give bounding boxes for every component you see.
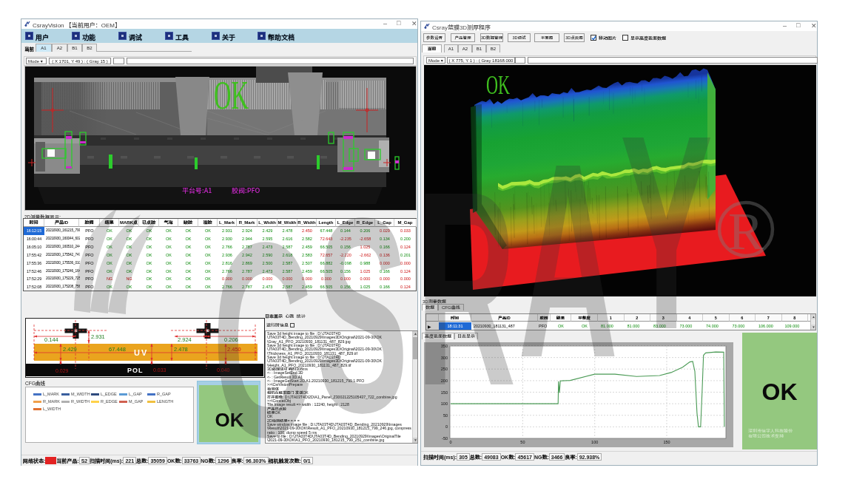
svg-text:胶阀:PFO: 胶阀:PFO [232, 186, 260, 195]
svg-text:300: 300 [441, 356, 448, 360]
svg-text:50: 50 [443, 413, 448, 418]
svg-text:0.144: 0.144 [44, 336, 58, 343]
svg-text:2.450: 2.450 [227, 346, 241, 353]
svg-text:67.448: 67.448 [109, 346, 126, 353]
svg-text:100: 100 [441, 401, 448, 406]
svg-text:2.478: 2.478 [174, 346, 188, 353]
svg-text:2.931: 2.931 [91, 333, 105, 340]
svg-text:0.033: 0.033 [153, 367, 166, 373]
svg-text:2.429: 2.429 [63, 346, 77, 353]
svg-text:0.206: 0.206 [224, 336, 238, 343]
svg-text:150: 150 [441, 390, 448, 395]
svg-text:-50: -50 [442, 436, 448, 441]
svg-text:平台号:A1: 平台号:A1 [182, 186, 212, 195]
svg-text:0.029: 0.029 [55, 368, 69, 373]
svg-text:2.924: 2.924 [178, 336, 192, 343]
svg-text:150: 150 [663, 440, 670, 444]
svg-text:POL: POL [127, 367, 144, 374]
svg-text:350: 350 [441, 344, 448, 348]
svg-text:0: 0 [449, 440, 451, 444]
svg-text:100: 100 [591, 440, 598, 444]
svg-text:0.040: 0.040 [217, 367, 230, 373]
svg-text:50: 50 [520, 440, 525, 444]
svg-text:OK: OK [486, 70, 510, 100]
svg-text:250: 250 [441, 367, 448, 371]
svg-text:200: 200 [441, 379, 448, 383]
svg-text:0: 0 [445, 424, 448, 429]
svg-text:OK: OK [214, 73, 249, 118]
svg-text:UV: UV [134, 348, 148, 357]
